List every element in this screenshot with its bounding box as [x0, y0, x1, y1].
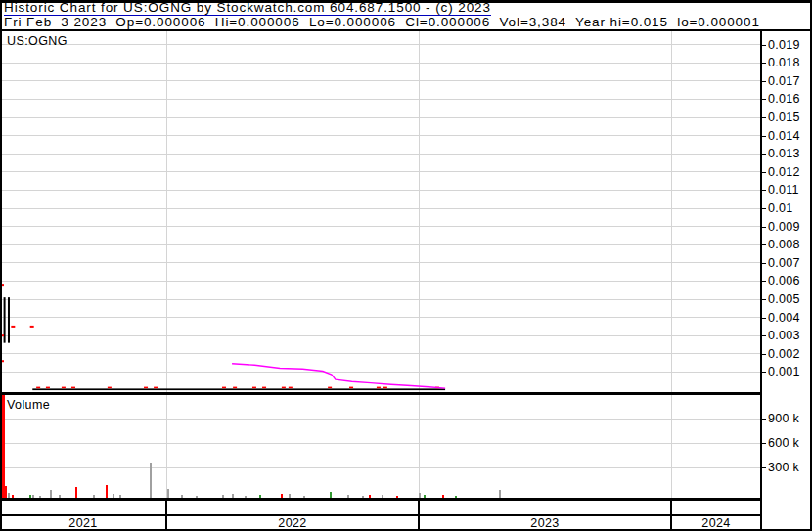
- axis-tick-label: 0.014: [768, 129, 800, 143]
- volume-chart-canvas: [0, 395, 761, 498]
- axis-tick-mark: [762, 335, 766, 336]
- axis-tick-label: 0.013: [768, 147, 800, 160]
- axis-tick-label: 0.002: [768, 347, 800, 361]
- year-separator: [418, 501, 420, 514]
- axis-tick-label: 0.019: [768, 38, 800, 52]
- axis-tick-mark: [762, 419, 766, 420]
- axis-tick-mark: [762, 45, 766, 46]
- axis-tick-label: 0.005: [768, 292, 800, 306]
- axis-tick-label: 300 k: [768, 461, 799, 474]
- right-axis-column: 0.0190.0180.0170.0160.0150.0140.0130.012…: [762, 31, 810, 529]
- axis-tick-mark: [762, 136, 766, 137]
- axis-tick-label: 600 k: [768, 436, 799, 450]
- year-label: 2022: [166, 516, 419, 530]
- price-chart-canvas: [0, 31, 761, 392]
- axis-tick-label: 0.001: [768, 365, 800, 378]
- axis-tick-mark: [762, 372, 766, 373]
- year-label: 2024: [671, 516, 761, 530]
- axis-tick-label: 0.012: [768, 165, 800, 179]
- axis-tick-mark: [762, 281, 766, 282]
- axis-tick-mark: [762, 99, 766, 100]
- axis-tick-mark: [762, 190, 766, 191]
- axis-tick-mark: [762, 263, 766, 264]
- axis-tick-label: 0.017: [768, 74, 800, 88]
- quote-summary-line: Fri Feb 3 2023 Op=0.000006 Hi=0.000006 L…: [4, 16, 760, 29]
- axis-tick-label: 0.011: [768, 183, 799, 197]
- year-label: 2023: [419, 516, 671, 530]
- axis-tick-label: 0.007: [768, 256, 800, 270]
- axis-tick-label: 0.003: [768, 329, 800, 342]
- year-label: 2021: [0, 516, 166, 530]
- x-axis-tick-band: [0, 501, 761, 516]
- volume-label: Volume: [7, 398, 50, 412]
- axis-tick-label: 0.006: [768, 274, 800, 288]
- axis-tick-mark: [762, 318, 766, 319]
- axis-tick-mark: [762, 227, 766, 228]
- axis-tick-label: 0.008: [768, 238, 800, 251]
- year-separator: [165, 501, 167, 514]
- axis-tick-mark: [762, 467, 766, 468]
- symbol-label: US:OGNG: [7, 34, 68, 48]
- x-axis-year-band: 2021202220232024: [0, 516, 761, 529]
- axis-tick-mark: [762, 117, 766, 118]
- year-separator: [670, 501, 672, 514]
- price-pane: US:OGNG: [0, 31, 761, 395]
- axis-tick-label: 0.018: [768, 56, 800, 69]
- axis-tick-mark: [762, 244, 766, 245]
- chart-title-link[interactable]: Historic Chart for US:OGNG by Stockwatch…: [4, 1, 491, 16]
- axis-tick-mark: [762, 443, 766, 444]
- axis-tick-label: 0.01: [768, 201, 793, 215]
- axis-tick-mark: [762, 299, 766, 300]
- axis-tick-label: 0.016: [768, 92, 800, 106]
- axis-tick-mark: [762, 154, 766, 155]
- axis-tick-mark: [762, 63, 766, 64]
- axis-tick-label: 0.004: [768, 311, 800, 325]
- axis-tick-label: 900 k: [768, 412, 799, 425]
- chart-header: Historic Chart for US:OGNG by Stockwatch…: [0, 0, 810, 29]
- axis-tick-mark: [762, 81, 766, 82]
- axis-tick-mark: [762, 208, 766, 209]
- stockwatch-historic-chart-window: Historic Chart for US:OGNG by Stockwatch…: [0, 0, 812, 531]
- axis-tick-mark: [762, 354, 766, 355]
- axis-tick-label: 0.015: [768, 111, 800, 124]
- volume-pane: Volume: [0, 395, 761, 501]
- axis-tick-label: 0.009: [768, 220, 800, 234]
- axis-tick-mark: [762, 172, 766, 173]
